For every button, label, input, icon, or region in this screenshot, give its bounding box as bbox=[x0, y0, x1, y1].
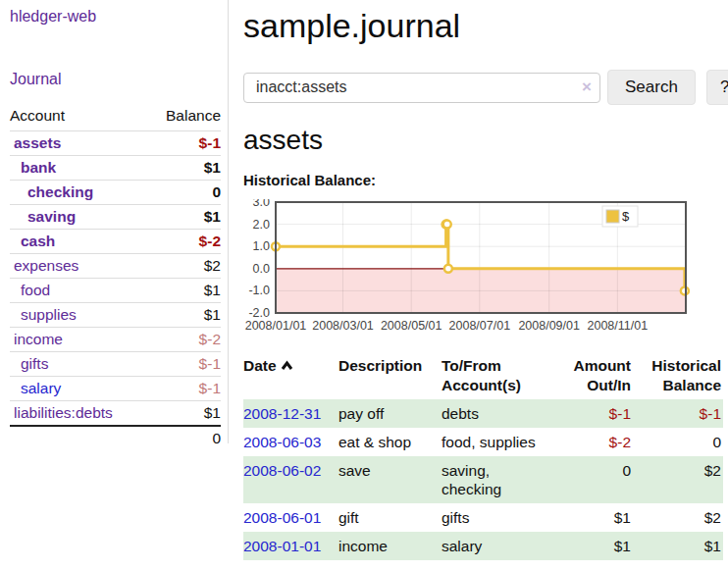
data-point-marker bbox=[444, 265, 452, 273]
account-balance: $-2 bbox=[147, 328, 221, 352]
transaction-amount: $1 bbox=[551, 503, 633, 532]
account-row: liabilities:debts$1 bbox=[10, 401, 221, 427]
account-link[interactable]: saving bbox=[27, 208, 76, 225]
x-axis-tick-label: 2008/11/01 bbox=[588, 319, 649, 333]
register-col-accounts: To/From Account(s) bbox=[442, 354, 551, 399]
register-col-date[interactable]: Date bbox=[243, 354, 338, 399]
x-axis-tick-label: 2008/09/01 bbox=[518, 319, 580, 333]
balance-chart-svg: $3.02.01.00.0-1.0-2.02008/01/012008/03/0… bbox=[243, 199, 695, 337]
transaction-date-link[interactable]: 2008-06-01 bbox=[243, 509, 321, 526]
x-axis-tick-label: 2008/05/01 bbox=[381, 319, 442, 333]
account-row: assets$-1 bbox=[10, 131, 221, 156]
account-link[interactable]: bank bbox=[21, 159, 56, 176]
account-link[interactable]: assets bbox=[14, 134, 61, 151]
data-point-marker bbox=[443, 221, 451, 229]
accounts-total-value: 0 bbox=[147, 426, 221, 450]
account-link[interactable]: expenses bbox=[14, 257, 78, 274]
transaction-description: pay off bbox=[338, 399, 442, 428]
transaction-row[interactable]: 2008-06-01giftgifts$1$2 bbox=[243, 503, 723, 532]
transaction-accounts: salary bbox=[442, 532, 551, 560]
account-link[interactable]: salary bbox=[21, 380, 61, 396]
accounts-table: Account Balance assets$-1bank$1checking0… bbox=[10, 104, 221, 450]
data-point-marker bbox=[681, 286, 689, 294]
transaction-accounts: gifts bbox=[442, 503, 551, 532]
transaction-date-link[interactable]: 2008-12-31 bbox=[243, 405, 321, 422]
account-link[interactable]: checking bbox=[27, 183, 93, 200]
app-brand-link[interactable]: hledger-web bbox=[10, 8, 220, 26]
account-row: salary$-1 bbox=[10, 377, 221, 401]
transaction-accounts: food, supplies bbox=[442, 428, 551, 456]
account-balance: $1 bbox=[147, 279, 221, 303]
account-balance: $1 bbox=[147, 205, 221, 230]
search-input[interactable] bbox=[243, 73, 600, 103]
account-balance: $-2 bbox=[147, 230, 221, 254]
clear-search-icon[interactable]: × bbox=[582, 78, 592, 97]
account-row: supplies$1 bbox=[10, 303, 221, 328]
x-axis-tick-label: 2008/07/01 bbox=[449, 319, 511, 333]
register-col-amount: Amount Out/In bbox=[551, 354, 633, 399]
transaction-description: eat & shop bbox=[338, 428, 442, 456]
help-button[interactable]: ? bbox=[706, 70, 728, 105]
account-balance: $1 bbox=[147, 156, 221, 181]
search-form: × Search ? bbox=[243, 70, 723, 105]
transaction-amount: $-2 bbox=[551, 428, 633, 456]
search-button[interactable]: Search bbox=[607, 70, 696, 105]
transaction-date-link[interactable]: 2008-01-01 bbox=[243, 538, 321, 554]
account-row: bank$1 bbox=[10, 156, 221, 181]
transaction-row[interactable]: 2008-12-31pay offdebts$-1$-1 bbox=[243, 399, 723, 428]
transaction-amount: $1 bbox=[551, 532, 633, 560]
account-row: expenses$2 bbox=[10, 254, 221, 279]
account-balance: $2 bbox=[147, 254, 221, 279]
account-row: income$-2 bbox=[10, 328, 221, 352]
account-balance: $-1 bbox=[147, 352, 221, 377]
transaction-accounts: saving, checking bbox=[442, 456, 551, 503]
sidebar: hledger-web Journal Account Balance asse… bbox=[0, 0, 229, 443]
transaction-accounts: debts bbox=[442, 399, 551, 428]
main-content: sample.journal × Search ? assets Histori… bbox=[243, 0, 723, 560]
transaction-description: gift bbox=[338, 503, 442, 532]
account-balance: $1 bbox=[147, 401, 221, 427]
chart-label: Historical Balance: bbox=[243, 172, 723, 188]
account-row: food$1 bbox=[10, 279, 221, 303]
account-balance: 0 bbox=[147, 181, 221, 205]
x-axis-tick-label: 2008/01/01 bbox=[245, 319, 307, 333]
account-balance: $1 bbox=[147, 303, 221, 328]
y-axis-tick-label: 2.0 bbox=[253, 218, 270, 232]
transaction-balance: $2 bbox=[633, 456, 723, 503]
accounts-total-row: 0 bbox=[10, 426, 221, 450]
register-col-description: Description bbox=[338, 354, 442, 399]
register-table: Date Description To/From Account(s) Amou… bbox=[243, 354, 723, 560]
transaction-date-link[interactable]: 2008-06-02 bbox=[243, 462, 321, 479]
account-link[interactable]: gifts bbox=[21, 355, 48, 372]
account-link[interactable]: income bbox=[14, 331, 63, 347]
account-balance: $-1 bbox=[147, 131, 221, 156]
transaction-row[interactable]: 2008-06-02savesaving, checking0$2 bbox=[243, 456, 723, 503]
historical-balance-chart: $3.02.01.00.0-1.0-2.02008/01/012008/03/0… bbox=[243, 199, 723, 340]
y-axis-tick-label: 3.0 bbox=[253, 199, 270, 209]
legend-swatch bbox=[606, 210, 619, 223]
sidebar-item-journal[interactable]: Journal bbox=[10, 71, 220, 88]
account-row: checking0 bbox=[10, 181, 221, 205]
y-axis-tick-label: -2.0 bbox=[248, 306, 270, 320]
transaction-row[interactable]: 2008-06-03eat & shopfood, supplies$-20 bbox=[243, 428, 723, 456]
legend-label: $ bbox=[622, 209, 630, 224]
transaction-balance: $2 bbox=[633, 503, 723, 532]
transaction-description: save bbox=[338, 456, 442, 503]
y-axis-tick-label: 1.0 bbox=[253, 239, 270, 253]
page-title: sample.journal bbox=[243, 6, 723, 45]
transaction-date-link[interactable]: 2008-06-03 bbox=[243, 434, 321, 450]
transaction-amount: 0 bbox=[551, 456, 633, 503]
y-axis-tick-label: -1.0 bbox=[248, 284, 270, 297]
transaction-amount: $-1 bbox=[551, 399, 633, 428]
sort-ascending-icon bbox=[281, 356, 293, 376]
transaction-row[interactable]: 2008-01-01incomesalary$1$1 bbox=[243, 532, 723, 560]
account-link[interactable]: cash bbox=[21, 233, 55, 249]
account-link[interactable]: liabilities:debts bbox=[14, 404, 113, 421]
account-row: cash$-2 bbox=[10, 230, 221, 254]
account-link[interactable]: food bbox=[21, 282, 50, 298]
transaction-balance: $1 bbox=[633, 532, 723, 560]
register-col-balance: Historical Balance bbox=[633, 354, 723, 399]
account-row: saving$1 bbox=[10, 205, 221, 230]
account-link[interactable]: supplies bbox=[21, 306, 77, 323]
accounts-col-balance: Balance bbox=[147, 104, 221, 131]
